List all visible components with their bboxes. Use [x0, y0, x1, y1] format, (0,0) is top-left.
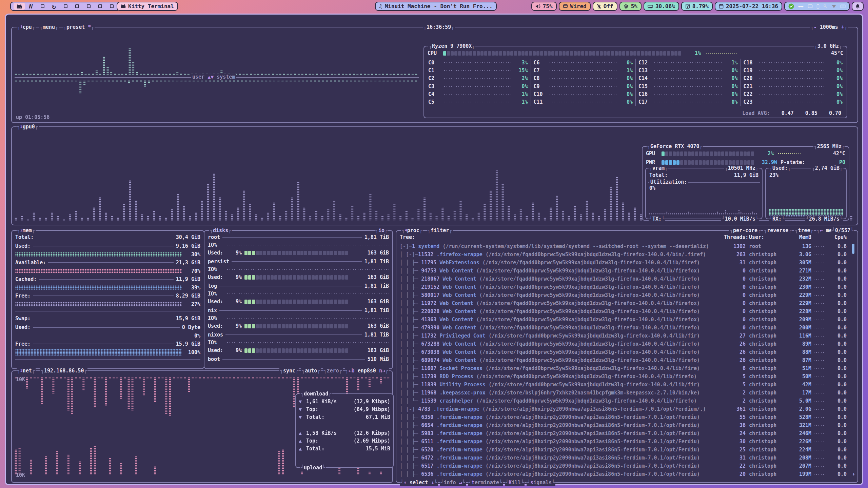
- proc-per-core-button[interactable]: ┐per-core┌: [729, 227, 761, 234]
- mustache-icon[interactable]: [798, 4, 804, 8]
- vram-used-box: ┐Used:┌ ┐2,74 GiB┌ 23% ┘RX:└ ┘26,8 MiB/s…: [765, 168, 847, 219]
- meter-cell: [252, 324, 255, 328]
- column-tree[interactable]: Tree:: [400, 234, 724, 240]
- process-row[interactable]: │ │ ├─ 11839 Utility Process (/nix/store…: [400, 381, 855, 389]
- process-row[interactable]: │ │ ├─ 673038 Web Content (/nix/store/fq…: [400, 348, 855, 356]
- process-row[interactable]: │ │ ├─ 6472 .ferdium-wrappe (/nix/store/…: [400, 454, 855, 462]
- process-row[interactable]: │ │ ├─ 218067 Web Content (/nix/store/fq…: [400, 275, 855, 283]
- gpu-panel-title[interactable]: ┐5gpu0┌: [17, 123, 39, 130]
- process-panel-title[interactable]: ┐4proc┌: [401, 227, 423, 234]
- net-sync-button[interactable]: ┐sync┌: [279, 367, 299, 374]
- vram-used-label: ┐Used:┌: [769, 165, 791, 171]
- notifications-button[interactable]: [852, 2, 864, 11]
- process-row[interactable]: │ │ ├─ 689674 Web Content (/nix/store/fq…: [400, 356, 855, 364]
- vpn-triangle-icon[interactable]: [831, 4, 836, 8]
- net-zero-button[interactable]: ┐zero┌: [323, 367, 342, 374]
- process-row[interactable]: │ │ ├─ 6511 .ferdium-wrappe (/nix/store/…: [400, 438, 855, 446]
- menu-button[interactable]: ┐menu┌: [39, 24, 59, 30]
- mem-graph: [15, 302, 182, 306]
- column-user[interactable]: User:: [746, 234, 786, 240]
- workspace-2[interactable]: [37, 3, 48, 10]
- signals-button[interactable]: ┘signals└: [527, 479, 555, 486]
- key-icon[interactable]: [823, 4, 828, 8]
- process-row[interactable]: │ │ ├─ 94753 Web Content (/nix/store/fqa…: [400, 267, 855, 275]
- workspace-refresh[interactable]: ↻: [48, 3, 60, 10]
- terminate-button[interactable]: ┘terminate└: [468, 479, 503, 486]
- disk-usage-button[interactable]: 8.79%: [681, 2, 713, 11]
- process-row[interactable]: │ │ ├─ 580017 Web Content (/nix/store/fq…: [400, 291, 855, 299]
- media-player-button[interactable]: ♫ Minuit Machine - Don't Run Fro...: [375, 2, 497, 11]
- process-row[interactable]: │ │ ├─ 11739 RDD Process (/nix/store/fqa…: [400, 372, 855, 381]
- keyboard-icon[interactable]: [840, 4, 846, 8]
- mem-stat-pct: 100%: [182, 349, 200, 355]
- cpu-panel-title[interactable]: ┐1cpu┌: [17, 24, 36, 30]
- process-row[interactable]: │ │ ├─ 11732 Privileged Cont (/nix/store…: [400, 332, 855, 340]
- process-row[interactable]: │ │ ├─ 11968 .keepassxc-prox (/nix/store…: [400, 389, 855, 397]
- update-interval-control[interactable]: ┐- 1000ms +┌: [810, 24, 848, 30]
- workspace-4[interactable]: [60, 3, 71, 10]
- core-usage: 0%: [828, 75, 843, 81]
- column-cpu[interactable]: Cpu%: [827, 234, 847, 240]
- process-row[interactable]: │ │ ├─ 41363 Web Content (/nix/store/fqa…: [400, 316, 855, 324]
- process-row[interactable]: │ │ ├─ 6517 .ferdium-wrappe (/nix/store/…: [400, 462, 855, 470]
- process-cpu: 0.0: [827, 251, 847, 258]
- clock-button[interactable]: 2025-07-22 16:36: [715, 2, 782, 11]
- leader-line: [232, 261, 362, 262]
- process-row[interactable]: [-]─1 systemd (/run/current-system/syste…: [400, 242, 855, 250]
- meter-cell: [263, 348, 266, 353]
- workspace-nix[interactable]: N: [25, 3, 37, 10]
- select-control[interactable]: ┘↑ select ↓└: [400, 479, 438, 486]
- filter-button[interactable]: ┐filter┌: [427, 227, 453, 234]
- column-mem[interactable]: MemB: [786, 234, 811, 240]
- memory-usage-button[interactable]: 30.06%: [644, 2, 679, 11]
- net-auto-button[interactable]: ┐auto┌: [301, 367, 321, 374]
- core-name: C11: [534, 99, 547, 105]
- process-row[interactable]: │ │ ├─ 6536 .ferdium-wrappe (/nix/store/…: [400, 470, 855, 477]
- process-row[interactable]: │ │ ├─ 5983 .ferdium-wrappe (/nix/store/…: [400, 429, 855, 438]
- scrollbar-thumb[interactable]: [852, 244, 854, 254]
- process-row[interactable]: │ │ ├─ 11972 Web Content (/nix/store/fqa…: [400, 299, 855, 307]
- process-row[interactable]: │ │ ├─ 6654 .ferdium-wrappe (/nix/store/…: [400, 421, 855, 429]
- workspace-switcher[interactable]: N ↻: [10, 2, 121, 11]
- process-path: (/nix/store/fqadd0bprwc5yw5k99xajbdqd1dz…: [479, 357, 700, 363]
- process-mem: 208M: [786, 455, 811, 461]
- process-row[interactable]: │ │ └─ 11539 crashhelper (/nix/store/fqa…: [400, 397, 855, 405]
- active-window-button[interactable]: Kitty Terminal: [117, 2, 178, 11]
- net-interface-switcher[interactable]: ┐←b enp8s0 n→┌: [345, 367, 389, 374]
- disks-panel-title[interactable]: ┐disks┌: [209, 227, 232, 234]
- workspace-6[interactable]: [83, 3, 94, 10]
- io-toggle-button[interactable]: ┐io┌: [375, 227, 388, 234]
- network-button[interactable]: Wired: [559, 2, 591, 11]
- process-row[interactable]: │ │ ├─ 11795 WebExtensions (/nix/store/f…: [400, 259, 855, 267]
- volume-button[interactable]: 75%: [531, 2, 557, 11]
- process-row[interactable]: │ │ ├─ 6520 .ferdium-wrappe (/nix/store/…: [400, 446, 855, 454]
- process-row[interactable]: │ │ ├─ 479390 Web Content (/nix/store/fq…: [400, 324, 855, 332]
- process-row[interactable]: │ │ ├─ 11607 Socket Process (/nix/store/…: [400, 364, 855, 372]
- network-panel-title[interactable]: ┐3net┌: [17, 367, 36, 374]
- phone-icon[interactable]: [816, 4, 820, 9]
- workspace-5[interactable]: [71, 3, 83, 10]
- process-row[interactable]: │ [-]─4783 .ferdium-wrappe (/nix/store/a…: [400, 405, 855, 413]
- check-circle-icon[interactable]: [788, 3, 794, 9]
- proc-tree-button[interactable]: ┐tree┌: [794, 227, 814, 234]
- memory-panel-title[interactable]: ┐2mem┌: [17, 227, 36, 234]
- process-row[interactable]: │ │ ├─ 219152 Web Content (/nix/store/fq…: [400, 283, 855, 291]
- cpu-usage-button[interactable]: 5%: [619, 2, 642, 11]
- process-row[interactable]: │ [-]─11532 .firefox-wrappe (/nix/store/…: [400, 250, 855, 259]
- bluetooth-button[interactable]: Off: [593, 2, 617, 11]
- workspace-kitty-active[interactable]: [14, 3, 25, 10]
- workspace-8[interactable]: [106, 3, 117, 10]
- process-user: christoph: [746, 463, 786, 469]
- system-tray[interactable]: [784, 2, 850, 11]
- workspace-7[interactable]: [94, 3, 106, 10]
- kill-button[interactable]: ┘Kill└: [505, 479, 525, 486]
- proc-reverse-button[interactable]: ┐reverse┌: [763, 227, 792, 234]
- scroll-down-indicator[interactable]: ↓: [852, 471, 855, 477]
- preset-button[interactable]: ┐preset *┌: [63, 24, 95, 30]
- window-tray-icon[interactable]: [808, 4, 813, 8]
- process-row[interactable]: │ │ ├─ 6350 .ferdium-wrappe (/nix/store/…: [400, 413, 855, 421]
- process-row[interactable]: │ │ ├─ 673288 Web Content (/nix/store/fq…: [400, 340, 855, 348]
- process-row[interactable]: │ │ ├─ 220028 Web Content (/nix/store/fq…: [400, 307, 855, 316]
- column-threads[interactable]: Threads:: [724, 234, 746, 240]
- info-button[interactable]: ┘info ↵└: [440, 479, 466, 486]
